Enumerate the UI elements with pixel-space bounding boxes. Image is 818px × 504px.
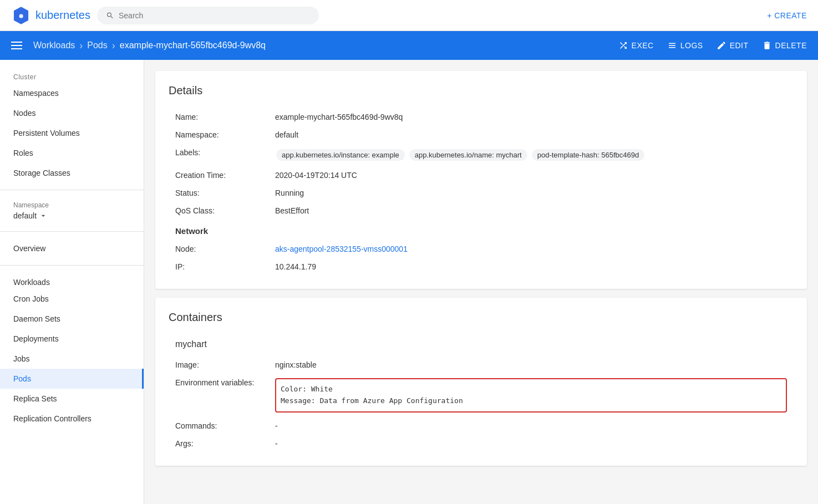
logs-label: LOGS: [680, 41, 703, 50]
sidebar-item-replica-sets[interactable]: Replica Sets: [0, 389, 144, 409]
table-row-labels: Labels: app.kubernetes.io/instance: exam…: [169, 144, 794, 166]
container-name: mychart: [169, 335, 794, 356]
containers-title: Containers: [169, 311, 794, 324]
namespace-label: Namespace:: [169, 126, 268, 144]
edit-button[interactable]: EDIT: [717, 40, 749, 50]
exec-button[interactable]: EXEC: [618, 40, 654, 50]
env-var-2: Message: Data from Azure App Configurati…: [281, 395, 781, 407]
table-row-env-vars: Environment variables: Color: White Mess…: [169, 374, 794, 417]
containers-card: Containers mychart Image: nginx:stable E…: [155, 298, 807, 466]
workloads-section-title: Workloads: [0, 272, 144, 289]
edit-label: EDIT: [730, 41, 749, 50]
sidebar: Cluster Namespaces Nodes Persistent Volu…: [0, 60, 144, 504]
env-vars-cell: Color: White Message: Data from Azure Ap…: [275, 378, 787, 413]
node-link[interactable]: aks-agentpool-28532155-vmss000001: [275, 245, 408, 253]
sidebar-item-overview[interactable]: Overview: [0, 238, 144, 258]
table-row-image: Image: nginx:stable: [169, 356, 794, 374]
namespace-selector: Namespace default: [0, 197, 144, 225]
sidebar-divider-1: [0, 190, 144, 190]
namespace-value: default: [268, 126, 794, 144]
label-chip-2: app.kubernetes.io/name: mychart: [409, 149, 527, 161]
args-label: Args:: [169, 435, 268, 452]
sidebar-item-pods[interactable]: Pods: [0, 369, 144, 389]
menu-icon[interactable]: [11, 42, 22, 49]
details-title: Details: [169, 84, 794, 97]
sidebar-item-jobs[interactable]: Jobs: [0, 349, 144, 369]
name-value: example-mychart-565fbc469d-9wv8q: [268, 108, 794, 126]
namespace-value: default: [13, 211, 37, 220]
logo-area: ⎈ kubernetes: [11, 6, 90, 26]
svg-text:⎈: ⎈: [19, 12, 24, 20]
kubernetes-logo-icon: ⎈: [11, 6, 31, 26]
table-row-network-heading: Network: [169, 220, 794, 240]
args-value: -: [268, 435, 794, 452]
main-layout: Cluster Namespaces Nodes Persistent Volu…: [0, 60, 818, 504]
qos-value: BestEffort: [268, 202, 794, 220]
ip-label: IP:: [169, 258, 268, 276]
image-label: Image:: [169, 356, 268, 374]
sidebar-item-daemon-sets[interactable]: Daemon Sets: [0, 309, 144, 329]
containers-table: Image: nginx:stable Environment variable…: [169, 356, 794, 452]
nav-bar: Workloads › Pods › example-mychart-565fb…: [0, 31, 818, 60]
sidebar-item-nodes[interactable]: Nodes: [0, 103, 144, 123]
sidebar-divider-3: [0, 265, 144, 266]
breadcrumb-workloads[interactable]: Workloads: [33, 40, 75, 50]
commands-value: -: [268, 417, 794, 435]
create-button[interactable]: + CREATE: [767, 11, 807, 20]
sidebar-item-roles[interactable]: Roles: [0, 143, 144, 163]
sidebar-item-replication-controllers[interactable]: Replication Controllers: [0, 409, 144, 429]
logo-text: kubernetes: [35, 9, 90, 22]
exec-icon: [618, 40, 628, 50]
table-row-commands: Commands: -: [169, 417, 794, 435]
node-label: Node:: [169, 240, 268, 258]
label-chip-3: pod-template-hash: 565fbc469d: [532, 149, 645, 161]
sidebar-divider-2: [0, 231, 144, 232]
status-label: Status:: [169, 184, 268, 202]
breadcrumb-current: example-mychart-565fbc469d-9wv8q: [120, 40, 266, 50]
env-var-1: Color: White: [281, 384, 781, 395]
details-table: Name: example-mychart-565fbc469d-9wv8q N…: [169, 108, 794, 276]
nav-actions: EXEC LOGS EDIT DELETE: [618, 40, 807, 50]
labels-value: app.kubernetes.io/instance: example app.…: [268, 144, 794, 166]
breadcrumb: Workloads › Pods › example-mychart-565fb…: [33, 40, 612, 52]
top-bar-left: ⎈ kubernetes: [11, 6, 319, 26]
search-box[interactable]: [97, 7, 319, 24]
delete-label: DELETE: [775, 41, 807, 50]
breadcrumb-separator-1: ›: [79, 40, 83, 52]
status-value: Running: [268, 184, 794, 202]
search-input[interactable]: [119, 11, 310, 20]
ip-value: 10.244.1.79: [268, 258, 794, 276]
exec-label: EXEC: [632, 41, 654, 50]
table-row-qos: QoS Class: BestEffort: [169, 202, 794, 220]
delete-button[interactable]: DELETE: [762, 40, 807, 50]
table-row-creation-time: Creation Time: 2020-04-19T20:14 UTC: [169, 166, 794, 184]
sidebar-item-cron-jobs[interactable]: Cron Jobs: [0, 289, 144, 309]
sidebar-item-storage-classes[interactable]: Storage Classes: [0, 163, 144, 183]
sidebar-item-persistent-volumes[interactable]: Persistent Volumes: [0, 123, 144, 143]
namespace-dropdown[interactable]: default: [13, 211, 130, 220]
qos-label: QoS Class:: [169, 202, 268, 220]
env-vars-label: Environment variables:: [169, 374, 268, 417]
namespace-label: Namespace: [13, 201, 130, 209]
labels-cell: app.kubernetes.io/instance: example app.…: [275, 148, 787, 162]
creation-time-value: 2020-04-19T20:14 UTC: [268, 166, 794, 184]
creation-time-label: Creation Time:: [169, 166, 268, 184]
label-chip-1: app.kubernetes.io/instance: example: [276, 149, 405, 161]
commands-label: Commands:: [169, 417, 268, 435]
table-row-node: Node: aks-agentpool-28532155-vmss000001: [169, 240, 794, 258]
search-icon: [106, 11, 114, 20]
network-label: Network: [169, 220, 268, 240]
breadcrumb-separator-2: ›: [112, 40, 115, 52]
logs-icon: [667, 40, 677, 50]
cluster-section-title: Cluster: [0, 69, 144, 83]
sidebar-item-namespaces[interactable]: Namespaces: [0, 83, 144, 103]
breadcrumb-pods[interactable]: Pods: [87, 40, 107, 50]
top-bar: ⎈ kubernetes + CREATE: [0, 0, 818, 31]
logs-button[interactable]: LOGS: [667, 40, 703, 50]
labels-label: Labels:: [169, 144, 268, 166]
name-label: Name:: [169, 108, 268, 126]
table-row-status: Status: Running: [169, 184, 794, 202]
sidebar-item-deployments[interactable]: Deployments: [0, 329, 144, 349]
main-content: Details Name: example-mychart-565fbc469d…: [144, 60, 818, 504]
table-row-namespace: Namespace: default: [169, 126, 794, 144]
